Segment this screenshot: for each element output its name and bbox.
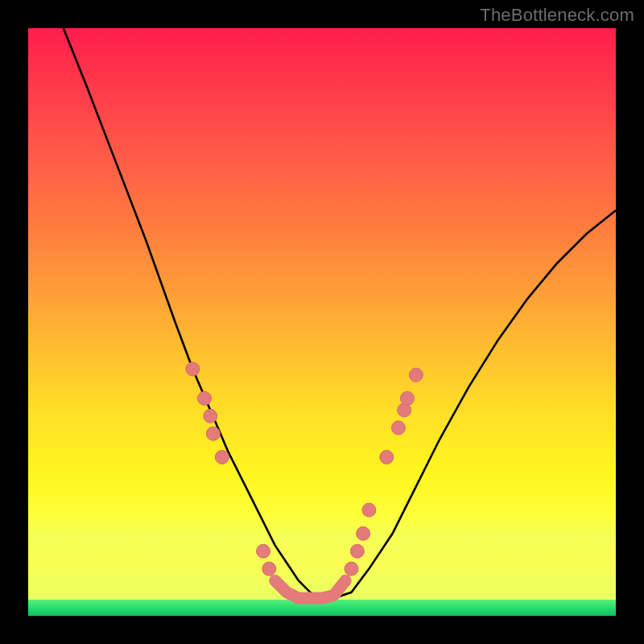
data-marker xyxy=(362,503,376,517)
data-marker xyxy=(204,409,217,423)
data-marker xyxy=(350,544,364,558)
watermark-text: TheBottleneck.com xyxy=(480,5,634,26)
data-marker xyxy=(215,450,229,464)
data-marker xyxy=(380,450,394,464)
curve-layer xyxy=(64,28,616,598)
data-marker xyxy=(400,391,414,405)
plot-area xyxy=(28,28,616,616)
data-marker xyxy=(206,427,220,440)
valley-highlight xyxy=(275,580,346,598)
data-marker xyxy=(262,562,276,576)
valley-path xyxy=(275,580,346,598)
data-marker xyxy=(409,368,423,382)
data-marker xyxy=(198,391,212,405)
data-marker xyxy=(357,526,370,540)
bottleneck-curve xyxy=(64,28,616,598)
data-marker xyxy=(186,362,200,376)
chart-svg xyxy=(28,28,616,616)
data-marker xyxy=(257,544,270,558)
data-markers xyxy=(186,362,423,576)
data-marker xyxy=(345,562,358,576)
data-marker xyxy=(391,421,405,435)
chart-frame: TheBottleneck.com xyxy=(0,0,644,644)
